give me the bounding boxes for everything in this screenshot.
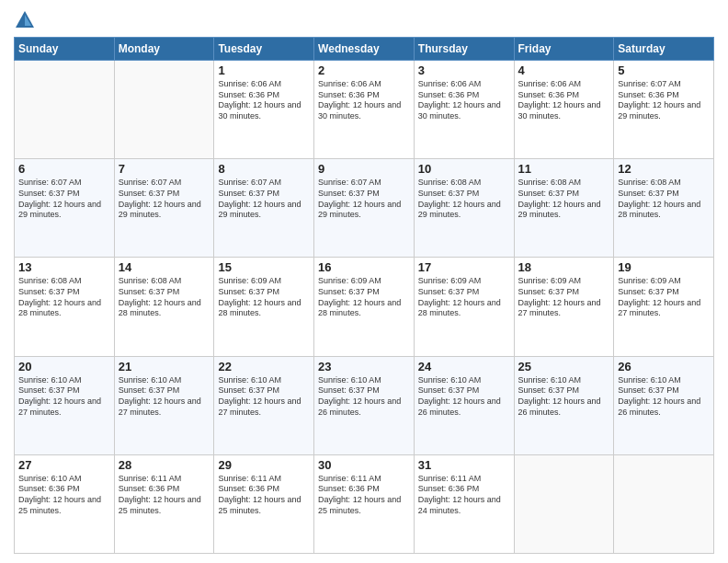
day-number: 26 <box>618 360 710 373</box>
logo <box>14 9 40 31</box>
calendar-cell: 19Sunrise: 6:09 AMSunset: 6:37 PMDayligh… <box>614 258 714 356</box>
cell-info: Sunrise: 6:09 AMSunset: 6:37 PMDaylight:… <box>518 276 610 319</box>
day-number: 13 <box>18 260 110 274</box>
calendar-cell <box>114 61 214 159</box>
cell-info: Sunrise: 6:11 AMSunset: 6:36 PMDaylight:… <box>218 474 310 517</box>
day-number: 21 <box>119 360 210 373</box>
weekday-header-monday: Monday <box>114 38 214 61</box>
calendar-cell: 11Sunrise: 6:08 AMSunset: 6:37 PMDayligh… <box>514 159 614 258</box>
day-number: 10 <box>418 162 510 176</box>
day-number: 9 <box>318 162 410 176</box>
day-number: 18 <box>518 260 610 274</box>
calendar-cell: 15Sunrise: 6:09 AMSunset: 6:37 PMDayligh… <box>214 258 314 356</box>
calendar-cell: 17Sunrise: 6:09 AMSunset: 6:37 PMDayligh… <box>414 258 514 356</box>
cell-info: Sunrise: 6:11 AMSunset: 6:36 PMDaylight:… <box>318 474 410 517</box>
calendar-cell: 1Sunrise: 6:06 AMSunset: 6:36 PMDaylight… <box>214 61 314 159</box>
day-number: 27 <box>18 458 110 472</box>
cell-info: Sunrise: 6:10 AMSunset: 6:37 PMDaylight:… <box>119 375 210 419</box>
week-row-3: 20Sunrise: 6:10 AMSunset: 6:37 PMDayligh… <box>15 356 714 454</box>
cell-info: Sunrise: 6:09 AMSunset: 6:37 PMDaylight:… <box>418 276 510 319</box>
cell-info: Sunrise: 6:10 AMSunset: 6:36 PMDaylight:… <box>18 474 110 517</box>
calendar-cell: 23Sunrise: 6:10 AMSunset: 6:37 PMDayligh… <box>314 356 415 454</box>
calendar-cell: 14Sunrise: 6:08 AMSunset: 6:37 PMDayligh… <box>114 258 214 356</box>
cell-info: Sunrise: 6:07 AMSunset: 6:37 PMDaylight:… <box>318 178 410 221</box>
calendar-cell: 24Sunrise: 6:10 AMSunset: 6:37 PMDayligh… <box>414 356 514 454</box>
cell-info: Sunrise: 6:10 AMSunset: 6:37 PMDaylight:… <box>418 375 510 419</box>
calendar-cell: 20Sunrise: 6:10 AMSunset: 6:37 PMDayligh… <box>15 356 115 454</box>
cell-info: Sunrise: 6:11 AMSunset: 6:36 PMDaylight:… <box>119 474 210 517</box>
cell-info: Sunrise: 6:08 AMSunset: 6:37 PMDaylight:… <box>418 178 510 221</box>
day-number: 23 <box>318 360 410 373</box>
calendar-cell: 16Sunrise: 6:09 AMSunset: 6:37 PMDayligh… <box>314 258 415 356</box>
day-number: 22 <box>218 360 310 373</box>
cell-info: Sunrise: 6:06 AMSunset: 6:36 PMDaylight:… <box>318 79 410 122</box>
day-number: 7 <box>119 162 210 176</box>
day-number: 25 <box>518 360 610 373</box>
calendar-cell: 6Sunrise: 6:07 AMSunset: 6:37 PMDaylight… <box>15 159 115 258</box>
cell-info: Sunrise: 6:10 AMSunset: 6:37 PMDaylight:… <box>518 375 610 419</box>
day-number: 1 <box>218 63 310 77</box>
week-row-4: 27Sunrise: 6:10 AMSunset: 6:36 PMDayligh… <box>15 454 714 553</box>
day-number: 15 <box>218 260 310 274</box>
logo-icon <box>14 9 36 31</box>
day-number: 19 <box>618 260 710 274</box>
day-number: 16 <box>318 260 410 274</box>
cell-info: Sunrise: 6:08 AMSunset: 6:37 PMDaylight:… <box>18 276 110 319</box>
header <box>14 9 714 31</box>
calendar-cell: 10Sunrise: 6:08 AMSunset: 6:37 PMDayligh… <box>414 159 514 258</box>
cell-info: Sunrise: 6:08 AMSunset: 6:37 PMDaylight:… <box>518 178 610 221</box>
cell-info: Sunrise: 6:08 AMSunset: 6:37 PMDaylight:… <box>618 178 710 221</box>
cell-info: Sunrise: 6:11 AMSunset: 6:36 PMDaylight:… <box>418 474 510 517</box>
cell-info: Sunrise: 6:06 AMSunset: 6:36 PMDaylight:… <box>418 79 510 122</box>
svg-marker-1 <box>25 15 31 26</box>
weekday-header-thursday: Thursday <box>414 38 514 61</box>
weekday-header-friday: Friday <box>514 38 614 61</box>
calendar-cell: 26Sunrise: 6:10 AMSunset: 6:37 PMDayligh… <box>614 356 714 454</box>
page: SundayMondayTuesdayWednesdayThursdayFrid… <box>0 0 728 563</box>
week-row-0: 1Sunrise: 6:06 AMSunset: 6:36 PMDaylight… <box>15 61 714 159</box>
calendar-cell <box>614 454 714 553</box>
cell-info: Sunrise: 6:09 AMSunset: 6:37 PMDaylight:… <box>218 276 310 319</box>
cell-info: Sunrise: 6:06 AMSunset: 6:36 PMDaylight:… <box>218 79 310 122</box>
cell-info: Sunrise: 6:07 AMSunset: 6:36 PMDaylight:… <box>618 79 710 122</box>
cell-info: Sunrise: 6:07 AMSunset: 6:37 PMDaylight:… <box>119 178 210 221</box>
calendar-cell: 31Sunrise: 6:11 AMSunset: 6:36 PMDayligh… <box>414 454 514 553</box>
cell-info: Sunrise: 6:09 AMSunset: 6:37 PMDaylight:… <box>618 276 710 319</box>
calendar-cell: 9Sunrise: 6:07 AMSunset: 6:37 PMDaylight… <box>314 159 415 258</box>
day-number: 8 <box>218 162 310 176</box>
weekday-header-sunday: Sunday <box>15 38 115 61</box>
calendar-cell: 30Sunrise: 6:11 AMSunset: 6:36 PMDayligh… <box>314 454 415 553</box>
day-number: 14 <box>119 260 210 274</box>
cell-info: Sunrise: 6:07 AMSunset: 6:37 PMDaylight:… <box>218 178 310 221</box>
day-number: 3 <box>418 63 510 77</box>
cell-info: Sunrise: 6:08 AMSunset: 6:37 PMDaylight:… <box>119 276 210 319</box>
calendar-cell: 7Sunrise: 6:07 AMSunset: 6:37 PMDaylight… <box>114 159 214 258</box>
calendar-cell <box>514 454 614 553</box>
calendar-cell: 22Sunrise: 6:10 AMSunset: 6:37 PMDayligh… <box>214 356 314 454</box>
calendar-cell: 18Sunrise: 6:09 AMSunset: 6:37 PMDayligh… <box>514 258 614 356</box>
day-number: 24 <box>418 360 510 373</box>
weekday-header-row: SundayMondayTuesdayWednesdayThursdayFrid… <box>15 38 714 61</box>
day-number: 30 <box>318 458 410 472</box>
calendar-cell: 25Sunrise: 6:10 AMSunset: 6:37 PMDayligh… <box>514 356 614 454</box>
cell-info: Sunrise: 6:09 AMSunset: 6:37 PMDaylight:… <box>318 276 410 319</box>
calendar-table: SundayMondayTuesdayWednesdayThursdayFrid… <box>14 37 714 554</box>
calendar-cell: 3Sunrise: 6:06 AMSunset: 6:36 PMDaylight… <box>414 61 514 159</box>
cell-info: Sunrise: 6:10 AMSunset: 6:37 PMDaylight:… <box>318 375 410 419</box>
cell-info: Sunrise: 6:07 AMSunset: 6:37 PMDaylight:… <box>18 178 110 221</box>
calendar-cell: 21Sunrise: 6:10 AMSunset: 6:37 PMDayligh… <box>114 356 214 454</box>
cell-info: Sunrise: 6:10 AMSunset: 6:37 PMDaylight:… <box>618 375 710 419</box>
calendar-cell: 27Sunrise: 6:10 AMSunset: 6:36 PMDayligh… <box>15 454 115 553</box>
calendar-cell: 5Sunrise: 6:07 AMSunset: 6:36 PMDaylight… <box>614 61 714 159</box>
calendar-cell <box>15 61 115 159</box>
weekday-header-tuesday: Tuesday <box>214 38 314 61</box>
day-number: 29 <box>218 458 310 472</box>
day-number: 28 <box>119 458 210 472</box>
cell-info: Sunrise: 6:10 AMSunset: 6:37 PMDaylight:… <box>18 375 110 419</box>
calendar-cell: 28Sunrise: 6:11 AMSunset: 6:36 PMDayligh… <box>114 454 214 553</box>
day-number: 12 <box>618 162 710 176</box>
cell-info: Sunrise: 6:06 AMSunset: 6:36 PMDaylight:… <box>518 79 610 122</box>
cell-info: Sunrise: 6:10 AMSunset: 6:37 PMDaylight:… <box>218 375 310 419</box>
calendar-cell: 13Sunrise: 6:08 AMSunset: 6:37 PMDayligh… <box>15 258 115 356</box>
day-number: 5 <box>618 63 710 77</box>
